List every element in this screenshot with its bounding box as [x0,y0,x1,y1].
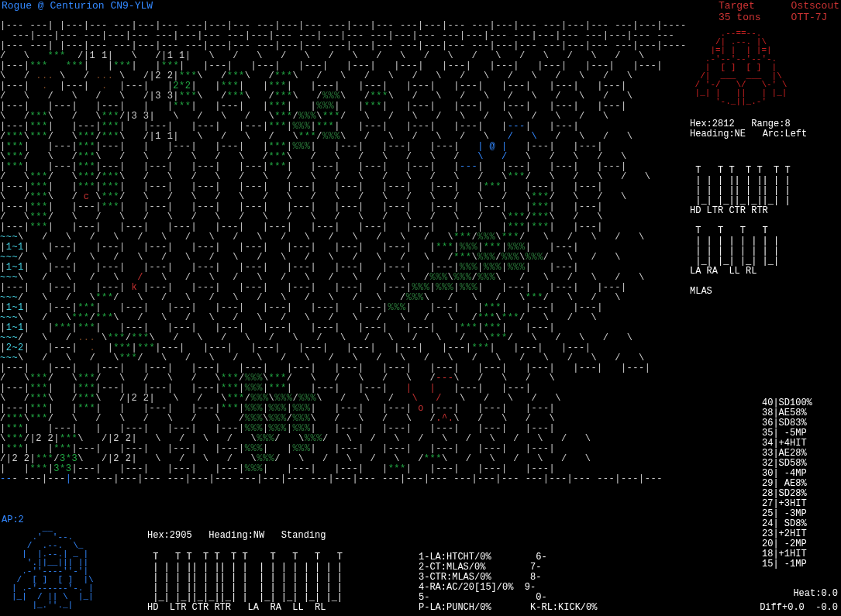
player-panel: AP:2 __ .' '--. / .--. \_ | |.--.| _ | '… [0,515,841,616]
header-bar: Rogue @ Centurion CN9-YLW Target Ostscou… [0,0,841,11]
target-stats: Hex:2812 Range:8 Heading:NE Arc:Left [690,119,841,139]
player-mech-icon: __ .' '--. / .--. \_ | |.--.| _ | '.||__… [12,516,94,610]
weapon-list[interactable]: 1-LA:HTCHT/0% 6- 2-CT:MLAS/0% 7- 3-CTR:M… [419,552,597,613]
target-panel: .--==--. /| .--. |\ |=| | | |=| .-'--'--… [690,11,841,307]
player-armor-diagram: T T T T T T T T T T T | | | || | || | | … [147,552,343,613]
heat-indicator: Heat:0.0 [793,589,838,599]
hex-map[interactable]: |--- ---| |---|--- ---|---|--- ---|---|-… [0,11,686,507]
diff-indicator: Diff+0.0 -0.0 [760,603,838,613]
target-armor-diagram: T T T T T T T | | | || | || | | | | | ||… [690,156,841,297]
target-mech-icon: .--==--. /| .--. |\ |=| | | |=| .-'--'--… [690,21,841,106]
player-mech-name: Rogue @ Centurion CN9-YLW [2,0,153,12]
player-status: Hex:2905 Heading:NW Standing [147,531,326,541]
